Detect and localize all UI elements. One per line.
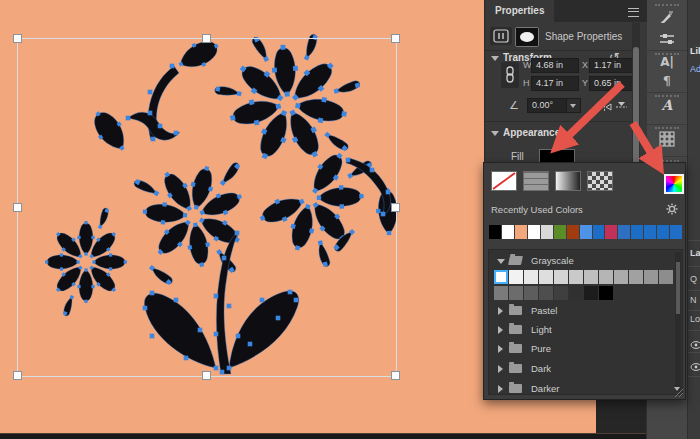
swatch-settings-gear-icon[interactable] <box>666 202 679 220</box>
selection-handle-top-right[interactable] <box>391 34 400 43</box>
selection-handle-bottom-right[interactable] <box>391 371 400 380</box>
color-swatch[interactable] <box>489 225 501 239</box>
rotation-angle-field[interactable]: 0.00° <box>527 98 571 113</box>
color-swatch[interactable] <box>524 270 538 284</box>
color-group-pure[interactable]: Pure <box>489 340 669 358</box>
add-label[interactable]: Ad <box>690 64 700 74</box>
angle-icon: ∠ <box>509 99 519 112</box>
x-position-field[interactable]: 1.17 in <box>589 58 637 73</box>
color-swatch[interactable] <box>541 225 553 239</box>
gradient-fill-button[interactable] <box>555 171 581 191</box>
color-swatch[interactable] <box>509 286 523 300</box>
transform-mode-icon[interactable] <box>490 27 512 45</box>
color-swatch[interactable] <box>670 225 682 239</box>
color-swatch[interactable] <box>593 225 605 239</box>
color-swatch[interactable] <box>657 225 669 239</box>
selection-bounding-box[interactable] <box>17 38 397 377</box>
selection-handle-bottom-left[interactable] <box>13 371 22 380</box>
color-swatch[interactable] <box>644 225 656 239</box>
brush-settings-icon[interactable] <box>649 8 685 32</box>
color-swatch[interactable] <box>580 225 592 239</box>
y-position-field[interactable]: 0.65 in <box>589 76 637 91</box>
color-swatch[interactable] <box>569 270 583 284</box>
color-swatch[interactable] <box>539 286 553 300</box>
color-swatch[interactable] <box>629 270 643 284</box>
solid-color-button[interactable] <box>523 171 549 191</box>
field-label-h: H <box>523 78 530 88</box>
transform-collapse-chevron-icon[interactable] <box>491 56 499 61</box>
color-picker-button[interactable] <box>664 174 684 194</box>
color-swatch[interactable] <box>554 286 568 300</box>
color-group-name: Pastel <box>531 302 557 320</box>
color-swatch[interactable] <box>554 225 566 239</box>
lock-label[interactable]: Loc <box>690 314 700 324</box>
color-group-darker[interactable]: Darker <box>489 380 669 395</box>
color-group-name: Light <box>531 321 552 339</box>
layers-panel-label[interactable]: Lay <box>690 248 700 258</box>
selection-handle-top-left[interactable] <box>13 34 22 43</box>
color-group-grayscale[interactable]: Grayscale <box>489 252 669 270</box>
angle-dropdown-button[interactable] <box>566 98 581 113</box>
appearance-collapse-chevron-icon[interactable] <box>491 131 499 136</box>
paragraph-panel-icon[interactable]: ¶ <box>649 73 685 97</box>
link-dimensions-icon[interactable] <box>501 62 519 88</box>
panel-subtitle: Shape Properties <box>545 31 622 42</box>
properties-scrollbar-thumb[interactable] <box>633 47 639 165</box>
blend-mode-label[interactable]: N <box>690 295 697 305</box>
no-color-button[interactable] <box>491 171 517 191</box>
selection-handle-mid-left[interactable] <box>13 203 22 212</box>
color-swatch[interactable] <box>567 225 579 239</box>
color-swatch[interactable] <box>528 225 540 239</box>
group-list-scrollbar[interactable] <box>675 252 681 392</box>
closed-folder-icon <box>509 306 522 315</box>
color-swatch[interactable] <box>584 286 598 300</box>
fill-color-swatch[interactable] <box>539 149 575 163</box>
color-swatch[interactable] <box>599 270 613 284</box>
closed-folder-icon <box>509 384 522 393</box>
width-field[interactable]: 4.68 in <box>531 58 579 73</box>
color-swatch[interactable] <box>659 270 673 284</box>
color-group-dark[interactable]: Dark <box>489 360 669 378</box>
color-swatch[interactable] <box>618 225 630 239</box>
dock-grip[interactable] <box>655 4 679 6</box>
color-swatch[interactable] <box>509 270 523 284</box>
flip-vertical-icon[interactable] <box>615 99 628 117</box>
selection-handle-top-mid[interactable] <box>202 34 211 43</box>
collapsed-panels-strip: Lib Ad Lay Q N Loc <box>687 0 700 439</box>
color-swatch[interactable] <box>605 225 617 239</box>
selection-handle-bottom-mid[interactable] <box>202 371 211 380</box>
layers-search-label[interactable]: Q <box>690 274 697 284</box>
height-field[interactable]: 4.17 in <box>531 76 579 91</box>
tab-properties[interactable]: Properties <box>485 0 554 22</box>
appearance-section-title[interactable]: Appearance <box>503 127 560 138</box>
color-swatch[interactable] <box>599 286 613 300</box>
scroll-down-chevron-icon[interactable] <box>674 387 680 391</box>
color-swatch[interactable] <box>524 286 538 300</box>
layer-visibility-eye-icon[interactable] <box>690 358 700 376</box>
panel-tab-bar: Properties <box>485 0 647 22</box>
color-swatch[interactable] <box>631 225 643 239</box>
shape-thumbnail-icon[interactable] <box>515 27 539 47</box>
glyphs-panel-icon[interactable]: A <box>649 97 685 121</box>
dock-grip[interactable] <box>655 127 679 129</box>
color-swatch[interactable] <box>494 270 508 284</box>
field-label-x: X <box>582 60 588 70</box>
color-swatch[interactable] <box>502 225 514 239</box>
color-swatch[interactable] <box>584 270 598 284</box>
color-group-light[interactable]: Light <box>489 321 669 339</box>
color-swatch[interactable] <box>554 270 568 284</box>
color-swatch[interactable] <box>614 270 628 284</box>
character-glyph: A| <box>660 55 674 69</box>
color-swatch[interactable] <box>494 286 508 300</box>
panel-menu-icon[interactable] <box>628 8 639 17</box>
libraries-panel-label[interactable]: Lib <box>690 46 700 56</box>
color-swatch[interactable] <box>644 270 658 284</box>
color-swatch[interactable] <box>569 286 583 300</box>
pattern-fill-button[interactable] <box>587 171 613 191</box>
patterns-panel-icon[interactable] <box>649 130 685 154</box>
selection-handle-mid-right[interactable] <box>391 203 400 212</box>
color-swatch[interactable] <box>539 270 553 284</box>
color-swatch[interactable] <box>515 225 527 239</box>
flip-horizontal-icon[interactable] <box>597 99 612 117</box>
color-group-pastel[interactable]: Pastel <box>489 302 669 320</box>
